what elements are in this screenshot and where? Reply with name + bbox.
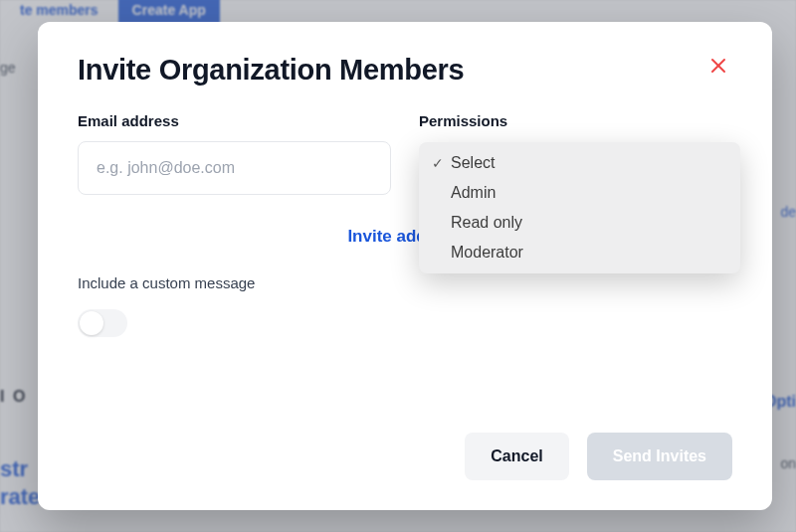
email-input[interactable] xyxy=(78,141,391,195)
check-icon: ✓ xyxy=(429,155,447,171)
dropdown-item-admin[interactable]: Admin xyxy=(419,178,740,208)
dropdown-item-moderator[interactable]: Moderator xyxy=(419,238,740,267)
toggle-knob xyxy=(80,311,103,335)
cancel-button[interactable]: Cancel xyxy=(465,433,568,480)
dropdown-item-select[interactable]: ✓ Select xyxy=(419,148,740,178)
dropdown-item-readonly[interactable]: Read only xyxy=(419,208,740,238)
custom-message-toggle[interactable] xyxy=(78,309,127,337)
invite-modal: Invite Organization Members Email addres… xyxy=(38,22,772,510)
email-label: Email address xyxy=(78,112,391,129)
dropdown-item-label: Admin xyxy=(451,184,496,202)
dropdown-item-label: Moderator xyxy=(451,244,523,262)
permissions-label: Permissions xyxy=(419,112,732,129)
modal-title: Invite Organization Members xyxy=(78,54,464,87)
close-icon xyxy=(710,58,726,74)
dropdown-item-label: Select xyxy=(451,154,495,172)
send-invites-button[interactable]: Send Invites xyxy=(587,433,732,480)
close-button[interactable] xyxy=(704,54,732,80)
custom-message-label: Include a custom message xyxy=(78,274,732,291)
dropdown-item-label: Read only xyxy=(451,214,522,232)
permissions-dropdown[interactable]: ✓ Select Admin Read only Moderator xyxy=(419,142,740,273)
